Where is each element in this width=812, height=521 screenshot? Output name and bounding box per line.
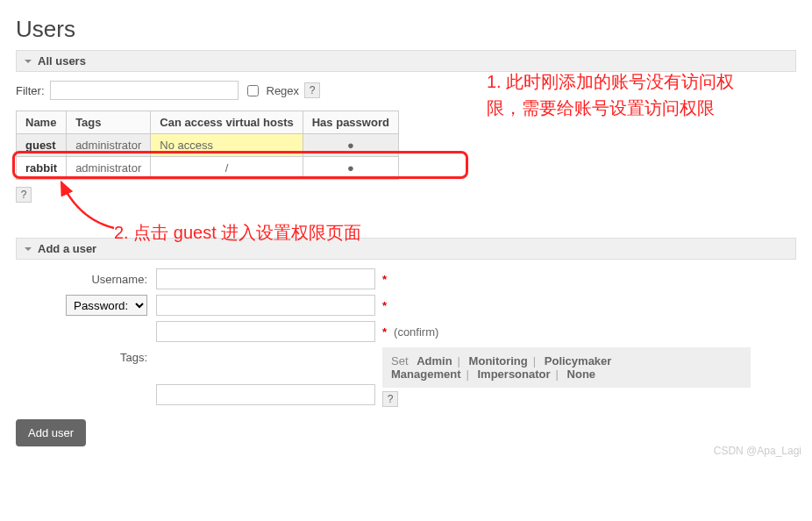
password-type-select[interactable]: Password: [66, 295, 147, 316]
username-input[interactable] [156, 268, 375, 289]
username-label: Username: [16, 273, 156, 286]
user-tags: administrator [67, 157, 151, 180]
users-table: Name Tags Can access virtual hosts Has p… [16, 111, 399, 180]
add-user-button[interactable]: Add user [16, 419, 86, 446]
user-tags: administrator [67, 134, 151, 157]
section-all-users-label: All users [38, 54, 86, 68]
password-confirm-input[interactable] [156, 321, 375, 342]
tag-option-admin[interactable]: Admin [417, 354, 452, 368]
confirm-label: (confirm) [394, 325, 438, 339]
regex-checkbox[interactable] [247, 85, 259, 96]
col-name[interactable]: Name [17, 111, 67, 134]
table-row[interactable]: rabbit administrator / ● [17, 157, 399, 180]
user-password: ● [303, 157, 398, 180]
section-all-users[interactable]: All users [16, 50, 796, 72]
filter-label: Filter: [16, 84, 45, 97]
tag-set-label: Set [391, 354, 409, 368]
user-name-link[interactable]: guest [17, 134, 67, 157]
section-add-user[interactable]: Add a user [16, 238, 796, 260]
user-name-link[interactable]: rabbit [17, 157, 67, 180]
watermark: CSDN @Apa_Lagi [714, 445, 801, 457]
tag-option-impersonator[interactable]: Impersonator [477, 368, 550, 381]
filter-input[interactable] [50, 81, 239, 100]
tags-input[interactable] [156, 384, 375, 405]
section-add-user-label: Add a user [38, 242, 96, 255]
tag-option-policymaker[interactable]: Policymaker [545, 354, 612, 368]
chevron-down-icon [24, 57, 32, 66]
tag-helper-panel: Set Admin| Monitoring| Policymaker Manag… [382, 347, 751, 388]
table-row[interactable]: guest administrator No access ● [17, 134, 399, 157]
chevron-down-icon [24, 245, 32, 253]
tags-label: Tags: [16, 347, 156, 364]
tag-option-monitoring[interactable]: Monitoring [469, 354, 528, 368]
table-help-button[interactable]: ? [16, 187, 32, 203]
user-password: ● [303, 134, 398, 157]
required-marker: * [382, 273, 387, 286]
user-vhosts: / [151, 157, 303, 180]
col-tags[interactable]: Tags [67, 111, 151, 134]
required-marker: * [382, 299, 387, 312]
tag-option-none[interactable]: None [567, 368, 596, 381]
user-vhosts: No access [151, 134, 303, 157]
col-vhosts[interactable]: Can access virtual hosts [151, 111, 303, 134]
tags-help-button[interactable]: ? [382, 391, 398, 407]
regex-label: Regex [267, 84, 300, 97]
filter-help-button[interactable]: ? [304, 82, 320, 98]
tag-option-management[interactable]: Management [391, 368, 460, 381]
password-input[interactable] [156, 295, 375, 316]
page-title: Users [16, 16, 796, 43]
col-password[interactable]: Has password [303, 111, 398, 134]
required-marker: * [382, 325, 387, 339]
